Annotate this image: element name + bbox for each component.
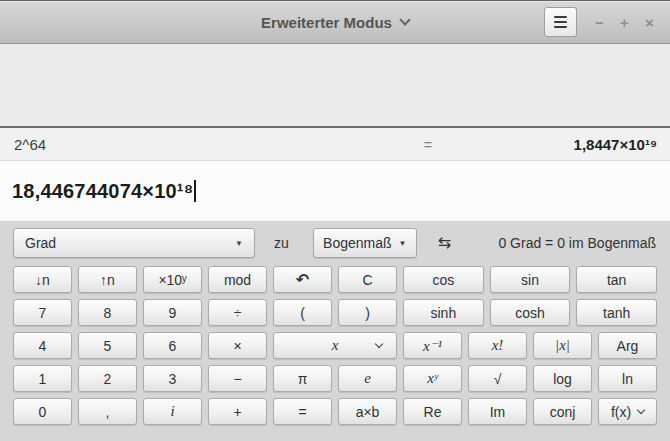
key-multiply[interactable]: × — [208, 332, 267, 359]
key-sine[interactable]: sin — [490, 266, 571, 293]
key-label: ↶ — [296, 270, 309, 289]
key-hyperbolic-tangent[interactable]: tanh — [576, 299, 657, 326]
key-label: 8 — [104, 305, 112, 321]
key-undo[interactable]: ↶ — [273, 266, 332, 293]
key-digit-0[interactable]: 0 — [13, 398, 72, 425]
key-label: + — [233, 404, 241, 420]
history-equals-sign: = — [423, 136, 433, 153]
window-title: Erweiterter Modus — [261, 14, 392, 31]
key-add[interactable]: + — [208, 398, 267, 425]
key-label: x! — [492, 337, 504, 354]
key-label: π — [298, 371, 308, 387]
hamburger-menu-button[interactable] — [544, 7, 577, 37]
key-clear[interactable]: C — [338, 266, 397, 293]
key-hyperbolic-sine[interactable]: sinh — [403, 299, 484, 326]
key-label: ( — [300, 305, 305, 321]
key-label: 0 — [39, 404, 47, 420]
key-label: 7 — [39, 305, 47, 321]
key-logarithm[interactable]: log — [533, 365, 592, 392]
key-label: 1 — [39, 371, 47, 387]
key-absolute-value[interactable]: |x| — [533, 332, 592, 359]
history-entry-row[interactable]: 2^64 = 1,8447×10¹⁹ — [0, 128, 670, 161]
chevron-down-icon — [399, 14, 410, 25]
key-label: C — [362, 272, 372, 288]
key-conjugate[interactable]: conj — [533, 398, 592, 425]
key-label: |x| — [555, 337, 570, 354]
key-label: ln — [622, 371, 633, 387]
key-label: √ — [494, 371, 502, 387]
key-exponent[interactable]: ×10ʸ — [143, 266, 202, 293]
key-imaginary-unit[interactable]: i — [143, 398, 202, 425]
convert-to-label: Bogenmaß — [323, 235, 391, 251]
maximize-button[interactable]: + — [612, 14, 637, 31]
key-close-paren[interactable]: ) — [338, 299, 397, 326]
key-decimal-separator[interactable]: , — [78, 398, 137, 425]
window-controls: − + × — [587, 14, 662, 31]
key-natural-logarithm[interactable]: ln — [598, 365, 657, 392]
key-label: e — [364, 370, 371, 387]
key-subtract[interactable]: − — [208, 365, 267, 392]
convert-to-dropdown[interactable]: Bogenmaß ▼ — [313, 228, 417, 258]
key-label: 6 — [169, 338, 177, 354]
key-label: sinh — [430, 305, 456, 321]
key-digit-7[interactable]: 7 — [13, 299, 72, 326]
key-x-power-y[interactable]: xʸ — [403, 365, 462, 392]
key-label: , — [106, 404, 110, 420]
key-label: 5 — [104, 338, 112, 354]
key-scientific-notation[interactable]: a×b — [338, 398, 397, 425]
key-inverse[interactable]: x⁻¹ — [403, 332, 462, 359]
key-label: ÷ — [234, 305, 242, 321]
key-label: 2 — [104, 371, 112, 387]
key-function-dropdown[interactable]: f(x) — [598, 398, 657, 425]
key-digit-9[interactable]: 9 — [143, 299, 202, 326]
key-label: f(x) — [611, 404, 631, 420]
dropdown-arrow-icon: ▼ — [399, 239, 407, 248]
key-subscript-mode[interactable]: ↓n — [13, 266, 72, 293]
key-digit-2[interactable]: 2 — [78, 365, 137, 392]
key-real-part[interactable]: Re — [403, 398, 462, 425]
key-square-root[interactable]: √ — [468, 365, 527, 392]
key-digit-3[interactable]: 3 — [143, 365, 202, 392]
menu-icon — [554, 16, 567, 18]
key-digit-4[interactable]: 4 — [13, 332, 72, 359]
key-imaginary-part[interactable]: Im — [468, 398, 527, 425]
conversion-bar: Grad ▼ zu Bogenmaß ▼ ⇆ 0 Grad = 0 im Bog… — [13, 228, 657, 258]
key-digit-5[interactable]: 5 — [78, 332, 137, 359]
key-superscript-mode[interactable]: ↑n — [78, 266, 137, 293]
key-euler-number[interactable]: e — [338, 365, 397, 392]
swap-units-button[interactable]: ⇆ — [438, 235, 451, 251]
convert-from-dropdown[interactable]: Grad ▼ — [13, 228, 255, 258]
key-label: × — [233, 338, 241, 354]
key-tangent[interactable]: tan — [576, 266, 657, 293]
key-hyperbolic-cosine[interactable]: cosh — [490, 299, 571, 326]
key-open-paren[interactable]: ( — [273, 299, 332, 326]
key-digit-8[interactable]: 8 — [78, 299, 137, 326]
text-cursor — [194, 180, 196, 202]
key-equals[interactable]: = — [273, 398, 332, 425]
key-label: 3 — [169, 371, 177, 387]
key-pi[interactable]: π — [273, 365, 332, 392]
key-divide[interactable]: ÷ — [208, 299, 267, 326]
history-result[interactable]: 1,8447×10¹⁹ — [433, 136, 670, 153]
history-expression[interactable]: 2^64 — [0, 136, 423, 153]
key-label: tanh — [603, 305, 630, 321]
entry-field[interactable]: 18,446744074×10¹⁸ — [0, 161, 670, 221]
key-label: = — [298, 404, 306, 420]
minimize-button[interactable]: − — [587, 14, 612, 31]
close-button[interactable]: × — [637, 14, 662, 31]
key-argument[interactable]: Arg — [598, 332, 657, 359]
titlebar: Erweiterter Modus − + × — [0, 0, 670, 44]
key-label: Re — [424, 404, 442, 420]
key-digit-6[interactable]: 6 — [143, 332, 202, 359]
key-modulus[interactable]: mod — [208, 266, 267, 293]
history-empty-area — [0, 44, 670, 128]
key-label: cos — [432, 272, 454, 288]
key-label: mod — [224, 272, 251, 288]
key-factorial[interactable]: x! — [468, 332, 527, 359]
key-label: xʸ — [427, 370, 437, 387]
key-variable-dropdown[interactable]: x — [273, 332, 397, 359]
key-label: ) — [365, 305, 370, 321]
mode-menu-button[interactable]: Erweiterter Modus — [261, 1, 409, 43]
key-cosine[interactable]: cos — [403, 266, 484, 293]
key-digit-1[interactable]: 1 — [13, 365, 72, 392]
